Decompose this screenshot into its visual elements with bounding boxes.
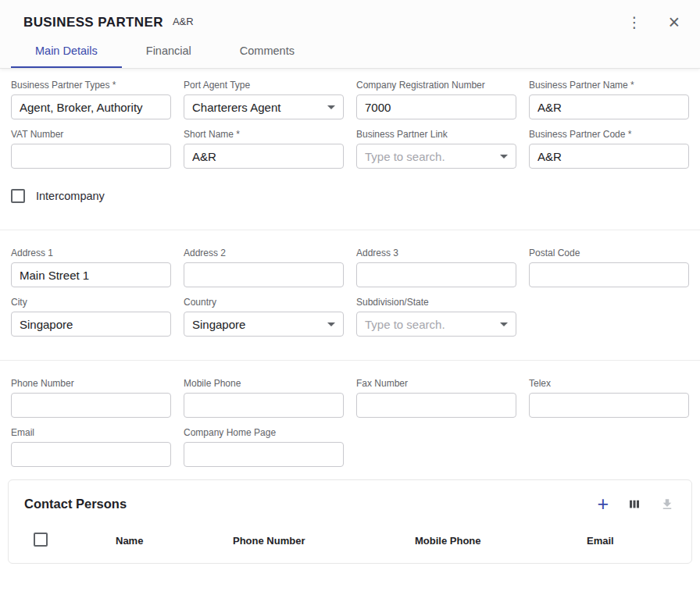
field-email: Email bbox=[11, 427, 171, 467]
fax-number-input[interactable] bbox=[356, 393, 516, 418]
business-partner-link-label: Business Partner Link bbox=[356, 129, 516, 140]
postal-code-label: Postal Code bbox=[529, 248, 689, 258]
identity-section: Business Partner Types * Port Agent Type… bbox=[0, 69, 700, 169]
kebab-menu-icon[interactable]: ⋮ bbox=[622, 13, 646, 31]
subdivision-state-select[interactable]: Type to search. bbox=[356, 312, 516, 337]
contact-persons-table-header: Name Phone Number Mobile Phone Email bbox=[9, 523, 691, 563]
field-address-1: Address 1 bbox=[11, 248, 171, 287]
field-phone-number: Phone Number bbox=[11, 378, 171, 418]
email-label: Email bbox=[11, 427, 171, 438]
field-port-agent-type: Port Agent Type Charterers Agent bbox=[184, 80, 344, 119]
tab-main-details[interactable]: Main Details bbox=[11, 35, 122, 68]
column-header-name: Name bbox=[116, 535, 233, 547]
field-short-name: Short Name * bbox=[184, 129, 344, 169]
tab-comments[interactable]: Comments bbox=[216, 35, 319, 68]
phone-number-input[interactable] bbox=[11, 393, 171, 418]
add-contact-button[interactable]: + bbox=[597, 494, 609, 514]
country-value: Singapore bbox=[192, 318, 245, 331]
field-postal-code: Postal Code bbox=[529, 248, 689, 287]
subdivision-state-label: Subdivision/State bbox=[356, 297, 516, 308]
port-agent-type-select[interactable]: Charterers Agent bbox=[184, 94, 344, 119]
download-icon[interactable] bbox=[660, 497, 674, 511]
empty-cell bbox=[356, 427, 516, 467]
short-name-input[interactable] bbox=[184, 144, 344, 169]
address-section: Address 1 Address 2 Address 3 Postal Cod… bbox=[0, 230, 700, 337]
field-company-home-page: Company Home Page bbox=[184, 427, 344, 467]
field-fax-number: Fax Number bbox=[356, 378, 516, 418]
column-header-mobile-phone: Mobile Phone bbox=[415, 535, 587, 547]
postal-code-input[interactable] bbox=[529, 262, 689, 287]
contact-persons-card: Contact Persons + Name Phone Number Mobi… bbox=[8, 479, 692, 564]
dialog-header: BUSINESS PARTNER A&R ⋮ × Main Details Fi… bbox=[0, 0, 700, 69]
select-all-cell bbox=[9, 533, 116, 549]
field-mobile-phone: Mobile Phone bbox=[184, 378, 344, 418]
country-select[interactable]: Singapore bbox=[184, 312, 344, 337]
address-1-label: Address 1 bbox=[11, 248, 171, 258]
header-actions: ⋮ × bbox=[622, 12, 683, 32]
city-input[interactable] bbox=[11, 312, 171, 337]
phone-number-label: Phone Number bbox=[11, 378, 171, 389]
telex-input[interactable] bbox=[529, 393, 689, 418]
company-home-page-label: Company Home Page bbox=[184, 427, 344, 438]
business-partner-link-select[interactable]: Type to search. bbox=[356, 144, 516, 169]
port-agent-type-value: Charterers Agent bbox=[192, 101, 280, 114]
mobile-phone-input[interactable] bbox=[184, 393, 344, 418]
business-partner-code-input[interactable] bbox=[529, 144, 689, 169]
contact-persons-header: Contact Persons + bbox=[9, 480, 691, 523]
contact-persons-actions: + bbox=[597, 494, 674, 514]
chevron-down-icon bbox=[500, 155, 508, 159]
field-telex: Telex bbox=[529, 378, 689, 418]
business-partner-code-label: Business Partner Code * bbox=[529, 129, 689, 140]
company-registration-number-input[interactable] bbox=[356, 94, 516, 119]
email-field[interactable] bbox=[11, 442, 171, 467]
business-partner-link-placeholder: Type to search. bbox=[365, 150, 445, 163]
field-address-3: Address 3 bbox=[356, 248, 516, 287]
short-name-label: Short Name * bbox=[184, 129, 344, 140]
address-2-input[interactable] bbox=[184, 262, 344, 287]
business-partner-name-label: Business Partner Name * bbox=[529, 80, 689, 91]
columns-icon[interactable] bbox=[627, 497, 641, 511]
column-header-email: Email bbox=[587, 535, 691, 547]
mobile-phone-label: Mobile Phone bbox=[184, 378, 344, 389]
telex-label: Telex bbox=[529, 378, 689, 389]
field-business-partner-name: Business Partner Name * bbox=[529, 80, 689, 119]
company-registration-number-label: Company Registration Number bbox=[356, 80, 516, 91]
address-3-label: Address 3 bbox=[356, 248, 516, 258]
field-business-partner-code: Business Partner Code * bbox=[529, 129, 689, 169]
field-country: Country Singapore bbox=[184, 297, 344, 337]
title-row: BUSINESS PARTNER A&R ⋮ × bbox=[0, 0, 700, 35]
close-icon[interactable]: × bbox=[665, 12, 683, 32]
business-partner-types-label: Business Partner Types * bbox=[11, 80, 171, 91]
field-city: City bbox=[11, 297, 171, 337]
address-2-label: Address 2 bbox=[184, 248, 344, 258]
field-vat-number: VAT Number bbox=[11, 129, 171, 169]
vat-number-label: VAT Number bbox=[11, 129, 171, 140]
empty-cell bbox=[529, 427, 689, 467]
intercompany-label: Intercompany bbox=[36, 190, 105, 202]
column-header-phone-number: Phone Number bbox=[233, 535, 415, 547]
business-partner-types-input[interactable] bbox=[11, 94, 171, 119]
vat-number-input[interactable] bbox=[11, 144, 171, 169]
page-subtitle: A&R bbox=[173, 16, 194, 27]
company-home-page-input[interactable] bbox=[184, 442, 344, 467]
fax-number-label: Fax Number bbox=[356, 378, 516, 389]
country-label: Country bbox=[184, 297, 344, 308]
port-agent-type-label: Port Agent Type bbox=[184, 80, 344, 91]
empty-cell bbox=[529, 297, 689, 337]
contact-info-section: Phone Number Mobile Phone Fax Number Tel… bbox=[0, 361, 700, 467]
select-all-checkbox[interactable] bbox=[34, 533, 48, 547]
intercompany-checkbox[interactable] bbox=[11, 189, 25, 203]
field-company-registration-number: Company Registration Number bbox=[356, 80, 516, 119]
subdivision-state-placeholder: Type to search. bbox=[365, 318, 445, 331]
tab-financial[interactable]: Financial bbox=[122, 35, 216, 68]
city-label: City bbox=[11, 297, 171, 308]
intercompany-row: Intercompany bbox=[0, 189, 700, 203]
address-3-input[interactable] bbox=[356, 262, 516, 287]
field-address-2: Address 2 bbox=[184, 248, 344, 287]
chevron-down-icon bbox=[327, 105, 335, 109]
tab-bar: Main Details Financial Comments bbox=[11, 35, 700, 68]
business-partner-name-input[interactable] bbox=[529, 94, 689, 119]
field-subdivision-state: Subdivision/State Type to search. bbox=[356, 297, 516, 337]
chevron-down-icon bbox=[327, 322, 335, 326]
address-1-input[interactable] bbox=[11, 262, 171, 287]
